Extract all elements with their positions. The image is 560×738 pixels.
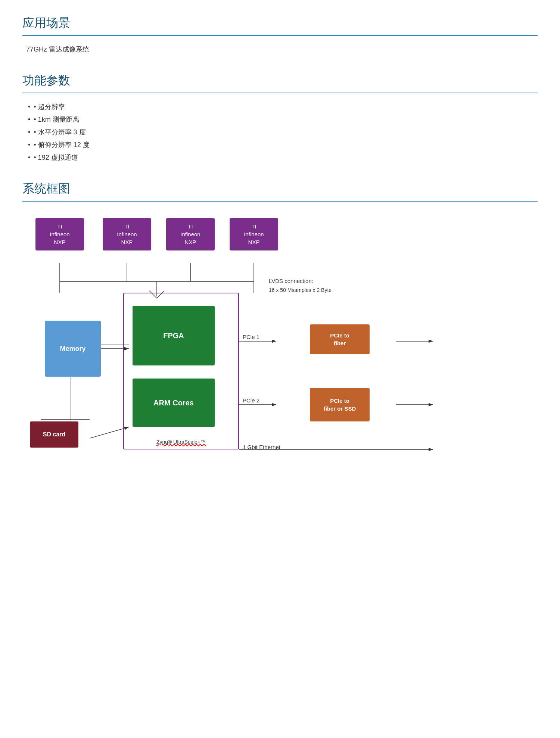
arm-cores-box: ARM Cores — [133, 379, 215, 427]
bullet-4: • 俯仰分辨率 12 度 — [26, 140, 538, 149]
pcie-fiber-ssd-box: PCIe to fiber or SSD — [310, 388, 370, 421]
pcie-fiber-box-1: PCIe to fiber — [310, 324, 370, 354]
bullet-1: • 超分辨率 — [26, 102, 538, 111]
diagram-container: TIInfineonNXP TIInfineonNXP TIInfineonNX… — [22, 211, 538, 494]
func-params-list: • 超分辨率 • 1km 测量距离 • 水平分辨率 3 度 • 俯仰分辨率 12… — [26, 102, 538, 162]
bullet-2: • 1km 测量距离 — [26, 115, 538, 124]
ti-box-3: TIInfineonNXP — [166, 218, 215, 250]
bullet-3: • 水平分辨率 3 度 — [26, 128, 538, 137]
pcie1-label: PCle 1 — [243, 334, 259, 340]
bullet-5: • 192 虚拟通道 — [26, 153, 538, 162]
lvds-label: LVDS connection: — [269, 278, 313, 284]
zynq-label: Zynq® UltraScale+™ — [156, 439, 206, 445]
ti-box-4: TIInfineonNXP — [230, 218, 278, 250]
ethernet-label: 1 Gbit Ethernet — [243, 444, 280, 450]
ti-box-2: TIInfineonNXP — [103, 218, 151, 250]
app-scene-section: 应用场景 77GHz 雷达成像系统 — [22, 15, 538, 54]
system-diagram-title: 系统框图 — [22, 181, 538, 202]
sdcard-box: SD card — [30, 421, 78, 448]
memory-box: Memory — [45, 321, 101, 377]
func-params-title: 功能参数 — [22, 72, 538, 93]
fpga-box: FPGA — [133, 306, 215, 365]
pcie2-label: PCle 2 — [243, 397, 259, 404]
app-scene-content: 77GHz 雷达成像系统 — [26, 45, 538, 54]
samples-label: 16 x 50 Msamples x 2 Byte — [269, 287, 332, 293]
ti-box-1: TIInfineonNXP — [35, 218, 84, 250]
func-params-section: 功能参数 • 超分辨率 • 1km 测量距离 • 水平分辨率 3 度 • 俯仰分… — [22, 72, 538, 162]
app-scene-title: 应用场景 — [22, 15, 538, 36]
system-diagram-section: 系统框图 — [22, 181, 538, 494]
